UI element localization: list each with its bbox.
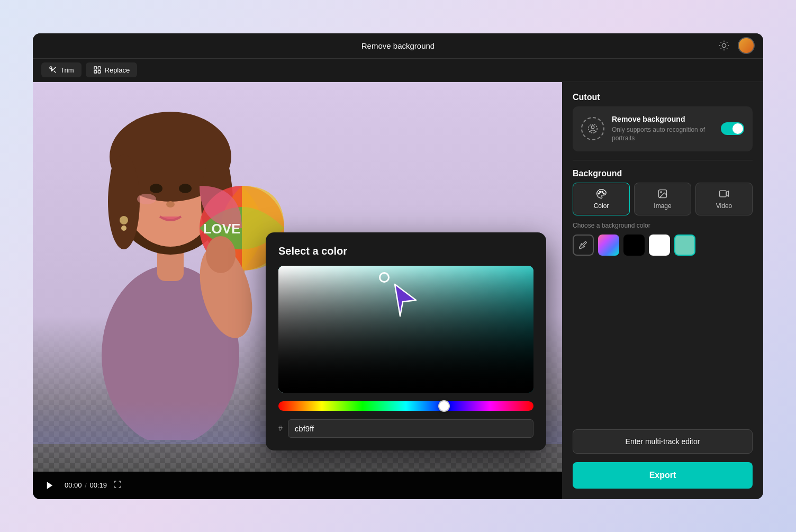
tab-color-label: Color xyxy=(594,202,609,210)
svg-point-20 xyxy=(206,236,236,273)
hex-input[interactable] xyxy=(288,419,533,438)
color-gradient-area[interactable] xyxy=(278,266,533,393)
eyedropper-icon xyxy=(578,240,588,250)
portrait-icon xyxy=(581,117,604,140)
video-container[interactable]: LOVE Select a color xyxy=(33,82,562,472)
background-section-title: Background xyxy=(573,169,753,178)
play-icon xyxy=(45,481,55,490)
svg-point-26 xyxy=(591,126,594,129)
main-content: LOVE Select a color xyxy=(33,82,763,499)
video-controls: 00:00 / 00:19 xyxy=(33,472,562,499)
svg-point-21 xyxy=(120,216,128,224)
svg-rect-33 xyxy=(720,191,727,197)
tab-video[interactable]: Video xyxy=(695,183,753,215)
time-total: 00:19 xyxy=(89,481,107,489)
svg-marker-24 xyxy=(47,482,53,489)
gradient-swatch[interactable] xyxy=(598,235,619,256)
title-bar: Remove background xyxy=(33,33,763,59)
tab-image-label: Image xyxy=(654,202,671,210)
hue-slider[interactable] xyxy=(278,401,533,411)
svg-point-15 xyxy=(137,194,156,204)
fullscreen-icon xyxy=(113,480,122,489)
image-icon xyxy=(657,188,668,199)
svg-text:LOVE: LOVE xyxy=(203,221,241,237)
time-display: 00:00 / 00:19 xyxy=(65,481,107,489)
svg-point-10 xyxy=(108,154,140,249)
svg-point-30 xyxy=(603,193,604,194)
svg-point-29 xyxy=(602,191,603,193)
color-picker-popup: Select a color xyxy=(266,232,546,450)
tab-video-label: Video xyxy=(716,202,732,210)
cutout-card: Remove background Only supports auto rec… xyxy=(573,106,753,152)
replace-button[interactable]: Replace xyxy=(86,62,138,77)
picker-cursor[interactable] xyxy=(379,272,390,283)
cutout-card-title: Remove background xyxy=(612,115,713,123)
background-tabs: Color Image xyxy=(573,183,753,215)
palette-icon xyxy=(596,188,607,199)
svg-point-22 xyxy=(121,226,126,231)
toolbar: Trim Replace xyxy=(33,59,763,82)
cutout-section: Cutout Remove background Only supports a… xyxy=(573,93,753,152)
svg-point-14 xyxy=(166,201,175,208)
bg-color-label: Choose a background color xyxy=(573,222,753,229)
svg-point-0 xyxy=(722,43,726,47)
remove-background-toggle[interactable] xyxy=(721,122,744,135)
trim-button[interactable]: Trim xyxy=(41,62,82,77)
svg-rect-4 xyxy=(98,70,101,73)
video-icon xyxy=(719,188,729,199)
user-avatar[interactable] xyxy=(738,37,755,54)
tab-image[interactable]: Image xyxy=(634,183,691,215)
title-bar-title: Remove background xyxy=(361,41,435,50)
tab-color[interactable]: Color xyxy=(573,183,630,215)
svg-marker-23 xyxy=(395,284,416,316)
eyedropper-button[interactable] xyxy=(573,235,594,256)
svg-point-32 xyxy=(661,192,662,193)
export-button[interactable]: Export xyxy=(573,462,753,489)
time-current: 00:00 xyxy=(65,481,82,489)
svg-point-13 xyxy=(179,184,192,193)
multi-track-editor-button[interactable]: Enter multi-track editor xyxy=(573,429,753,454)
cutout-section-title: Cutout xyxy=(573,93,753,102)
light-icon[interactable] xyxy=(717,38,731,53)
canvas-area: LOVE Select a color xyxy=(33,82,562,499)
time-separator: / xyxy=(85,481,87,489)
divider-1 xyxy=(573,160,753,160)
svg-rect-3 xyxy=(94,70,97,73)
replace-label: Replace xyxy=(105,66,130,74)
replace-icon xyxy=(93,66,102,74)
cutout-card-description: Only supports auto recognition of portra… xyxy=(612,125,713,143)
app-window: Remove background Trim xyxy=(33,33,763,499)
right-panel: Cutout Remove background Only supports a… xyxy=(562,82,763,499)
fullscreen-button[interactable] xyxy=(113,480,122,491)
trim-label: Trim xyxy=(60,66,74,74)
svg-rect-2 xyxy=(98,67,101,69)
svg-point-28 xyxy=(600,191,601,193)
title-bar-actions xyxy=(717,37,755,54)
svg-point-12 xyxy=(150,184,162,193)
picker-title: Select a color xyxy=(278,245,533,257)
hex-label: # xyxy=(278,424,283,432)
svg-point-27 xyxy=(598,193,600,194)
black-swatch[interactable] xyxy=(623,235,645,256)
play-button[interactable] xyxy=(41,477,58,494)
white-swatch[interactable] xyxy=(649,235,670,256)
svg-rect-1 xyxy=(94,67,97,69)
scissors-icon xyxy=(49,66,57,74)
teal-swatch[interactable] xyxy=(674,235,695,256)
color-swatches xyxy=(573,235,753,256)
hue-thumb[interactable] xyxy=(438,400,450,412)
hex-input-row: # xyxy=(278,419,533,438)
spacer xyxy=(573,264,753,420)
background-section: Background Color xyxy=(573,169,753,256)
cutout-text: Remove background Only supports auto rec… xyxy=(612,115,713,143)
